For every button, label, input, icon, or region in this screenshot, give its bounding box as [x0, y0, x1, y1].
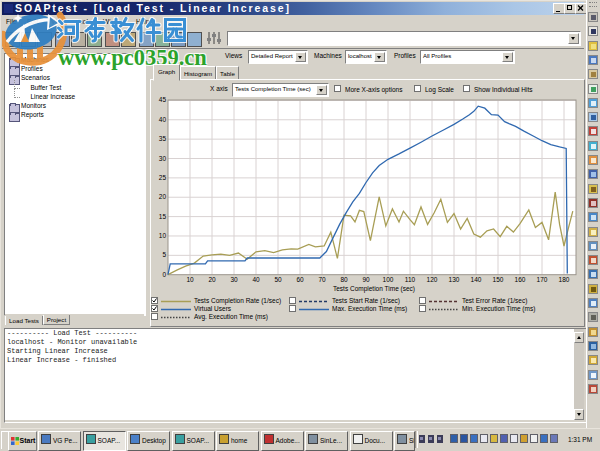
svg-text:170: 170: [537, 276, 548, 283]
svg-text:140: 140: [471, 276, 482, 283]
svg-text:90: 90: [362, 276, 370, 283]
svg-text:100: 100: [383, 276, 394, 283]
svg-text:Tests Completion Time (sec): Tests Completion Time (sec): [333, 285, 415, 293]
svg-text:160: 160: [515, 276, 526, 283]
svg-text:120: 120: [427, 276, 438, 283]
svg-text:130: 130: [449, 276, 460, 283]
svg-text:20: 20: [159, 193, 167, 200]
svg-text:20: 20: [208, 276, 216, 283]
svg-text:150: 150: [493, 276, 504, 283]
svg-text:35: 35: [159, 135, 167, 142]
svg-text:15: 15: [159, 213, 167, 220]
svg-text:180: 180: [559, 276, 570, 283]
svg-text:25: 25: [159, 174, 167, 181]
svg-text:45: 45: [159, 96, 167, 103]
svg-text:10: 10: [159, 232, 167, 239]
svg-text:70: 70: [318, 276, 326, 283]
svg-text:10: 10: [186, 276, 194, 283]
svg-text:80: 80: [340, 276, 348, 283]
svg-text:40: 40: [252, 276, 260, 283]
svg-text:110: 110: [405, 276, 416, 283]
svg-text:50: 50: [274, 276, 282, 283]
svg-text:5: 5: [162, 251, 166, 258]
svg-text:30: 30: [159, 155, 167, 162]
svg-text:0: 0: [162, 271, 166, 278]
svg-text:60: 60: [296, 276, 304, 283]
svg-text:30: 30: [230, 276, 238, 283]
svg-text:40: 40: [159, 116, 167, 123]
